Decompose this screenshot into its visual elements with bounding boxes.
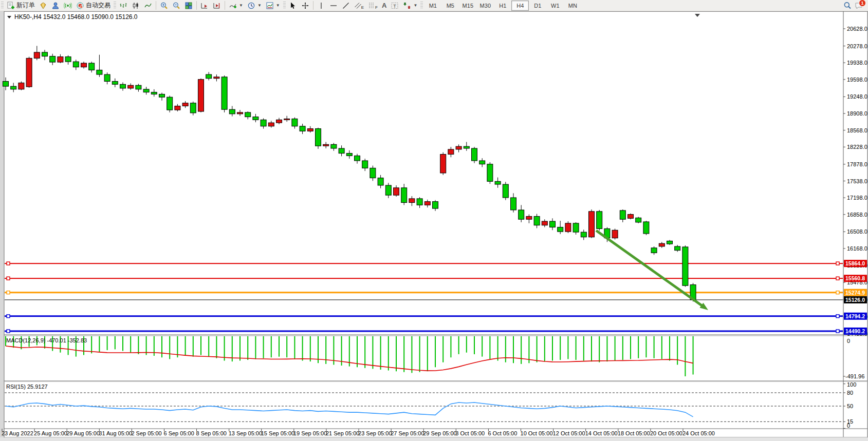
vertical-line-button[interactable] — [315, 1, 327, 11]
candle-bull — [448, 149, 454, 155]
candle-bear — [385, 185, 391, 195]
time-label: 8 Sep 05:00 — [196, 430, 227, 436]
candle-bear — [472, 148, 477, 161]
chart-panes — [0, 11, 868, 441]
timeframe-button-w1[interactable]: W1 — [546, 1, 564, 11]
templates-button[interactable]: ▼ — [264, 1, 282, 11]
trendline-button[interactable] — [340, 1, 352, 11]
candle-bull — [182, 103, 188, 106]
crosshair-button[interactable] — [299, 1, 311, 11]
hline-handle[interactable] — [836, 277, 839, 280]
time-label: 13 Sep 05:00 — [229, 430, 262, 436]
indicators-button[interactable]: ▼ — [227, 1, 245, 11]
hline-handle[interactable] — [7, 330, 10, 333]
timeframe-button-m1[interactable]: M1 — [424, 1, 441, 11]
text-button[interactable]: A — [380, 1, 389, 11]
candle-bull — [26, 58, 32, 87]
candle-bull — [424, 202, 430, 205]
text-label-button[interactable]: T — [389, 1, 401, 11]
candle-bear — [253, 117, 258, 120]
text-tool-letter: A — [382, 2, 386, 9]
hline-handle[interactable] — [836, 315, 839, 318]
candle-bear — [112, 81, 118, 84]
candle-bear — [292, 119, 298, 126]
hline-handle[interactable] — [7, 291, 10, 294]
zoom-out-button[interactable] — [170, 1, 182, 11]
new-order-button[interactable]: 新订单 — [5, 1, 37, 11]
bar-chart-button[interactable] — [117, 1, 130, 11]
price-tick-label: 19598.0 — [847, 76, 867, 83]
candlestick-chart-button[interactable] — [130, 1, 142, 11]
price-tick-label: 19248.0 — [847, 93, 867, 100]
hline-handle[interactable] — [7, 262, 10, 265]
candle-bear — [682, 247, 688, 285]
hline-handle[interactable] — [836, 291, 839, 294]
hline-handle[interactable] — [836, 330, 839, 333]
toolbar-grip — [1, 2, 4, 9]
candle-bear — [558, 227, 563, 232]
timeframe-button-h1[interactable]: H1 — [494, 1, 511, 11]
horizontal-line-icon — [329, 2, 338, 10]
hline-handle[interactable] — [7, 315, 10, 318]
candle-bear — [620, 210, 625, 219]
candle-bear — [120, 84, 126, 88]
chat-button[interactable]: 1 — [855, 2, 863, 10]
price-badge-label: 14490.2 — [845, 328, 865, 334]
timeframe-button-d1[interactable]: D1 — [529, 1, 546, 11]
macd-axis-max: 0 — [847, 338, 850, 344]
autotrading-button[interactable]: 自动交易 — [74, 1, 113, 11]
candle-bear — [675, 246, 680, 251]
hline-handle[interactable] — [7, 277, 10, 280]
templates-icon — [266, 2, 274, 10]
candle-bull — [409, 199, 415, 203]
candle-bear — [97, 70, 102, 74]
timeframe-button-mn[interactable]: MN — [564, 1, 581, 11]
zoom-in-button[interactable] — [158, 1, 170, 11]
candle-bear — [167, 97, 173, 110]
signals-button[interactable] — [62, 1, 74, 11]
candle-bull — [565, 223, 571, 232]
channel-button[interactable]: E — [352, 1, 366, 11]
candle-bear — [550, 221, 556, 227]
news-button[interactable] — [37, 1, 49, 11]
profile-button[interactable] — [49, 1, 62, 11]
auto-scroll-icon — [200, 2, 209, 10]
line-chart-button[interactable] — [142, 1, 154, 11]
candle-bull — [284, 119, 290, 120]
horizontal-line-button[interactable] — [327, 1, 340, 11]
fibonacci-letter: F — [375, 5, 378, 10]
rsi-axis-label: 50 — [847, 403, 853, 409]
price-tick-label: 17538.0 — [847, 178, 867, 184]
candle-bear — [300, 126, 305, 131]
candle-bear — [597, 212, 602, 229]
price-tick-label: 16508.0 — [847, 228, 867, 235]
timeframe-button-m15[interactable]: M15 — [459, 1, 476, 11]
hline-handle[interactable] — [836, 262, 839, 265]
search-icon[interactable] — [843, 2, 852, 10]
group-grip — [283, 2, 286, 9]
candle-bull — [268, 123, 274, 126]
timeframe-button-m30[interactable]: M30 — [476, 1, 494, 11]
chart-canvas[interactable]: 23 Aug 202225 Aug 05:0029 Aug 05:0031 Au… — [0, 0, 868, 441]
cursor-button[interactable] — [287, 1, 299, 11]
timeframe-button-h4[interactable]: H4 — [511, 1, 529, 11]
tile-windows-button[interactable] — [182, 1, 195, 11]
candle-bull — [659, 243, 664, 246]
chart-shift-button[interactable] — [211, 1, 223, 11]
time-label: 15 Sep 05:00 — [261, 430, 294, 436]
auto-scroll-button[interactable] — [198, 1, 211, 11]
timeframe-button-m5[interactable]: M5 — [441, 1, 459, 11]
candle-bear — [433, 202, 438, 208]
rsi-label: RSI(15) 25.9127 — [6, 384, 48, 390]
time-label: 19 Sep 05:00 — [293, 430, 327, 436]
periods-button[interactable]: ▼ — [245, 1, 264, 11]
candle-bear — [495, 181, 501, 184]
arrows-button[interactable]: ▼ — [401, 1, 419, 11]
fibonacci-button[interactable]: F — [366, 1, 380, 11]
candle-bear — [50, 56, 56, 63]
time-label: 14 Oct 05:00 — [585, 430, 618, 436]
autotrading-icon — [76, 2, 84, 10]
zoom-in-icon — [160, 2, 168, 10]
time-label: 25 Aug 05:00 — [34, 430, 67, 436]
candle-bull — [19, 83, 24, 89]
